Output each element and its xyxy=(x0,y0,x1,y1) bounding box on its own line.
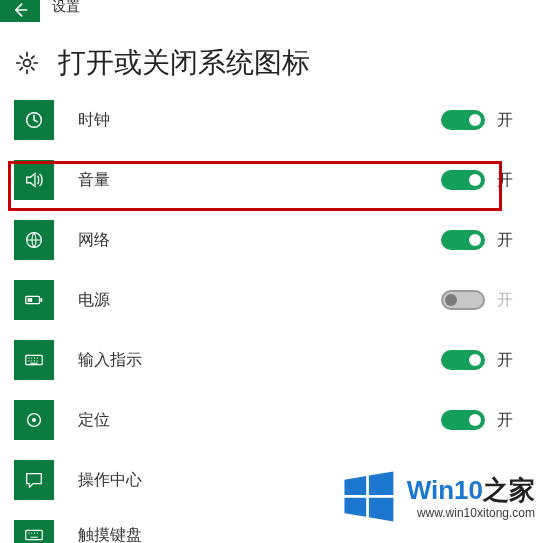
toggle-state: 开 xyxy=(497,290,513,311)
svg-marker-11 xyxy=(369,472,393,496)
row-label: 音量 xyxy=(78,170,441,191)
row-label: 时钟 xyxy=(78,110,441,131)
row-label: 定位 xyxy=(78,410,441,431)
row-network: 网络 开 xyxy=(14,220,517,260)
watermark: Win10之家 www.win10xitong.com xyxy=(339,467,535,525)
row-label: 网络 xyxy=(78,230,441,251)
power-icon-tile xyxy=(14,280,54,320)
clock-icon xyxy=(23,109,45,131)
watermark-url: www.win10xitong.com xyxy=(407,506,535,520)
row-power: 电源 开 xyxy=(14,280,517,320)
location-icon xyxy=(23,409,45,431)
row-volume: 音量 开 xyxy=(14,160,517,200)
svg-marker-12 xyxy=(344,498,366,517)
row-ime: 输入指示 开 xyxy=(14,340,517,380)
location-icon-tile xyxy=(14,400,54,440)
action-center-icon-tile xyxy=(14,460,54,500)
battery-icon xyxy=(23,289,45,311)
globe-icon xyxy=(23,229,45,251)
svg-marker-13 xyxy=(369,498,393,522)
row-label: 电源 xyxy=(78,290,441,311)
svg-point-8 xyxy=(32,418,36,422)
svg-rect-4 xyxy=(40,298,42,302)
svg-point-0 xyxy=(24,60,31,67)
toggle-state: 开 xyxy=(497,230,513,251)
svg-rect-5 xyxy=(28,298,33,302)
row-clock: 时钟 开 xyxy=(14,100,517,140)
toggle-state: 开 xyxy=(497,410,513,431)
toggle-state: 开 xyxy=(497,110,513,131)
app-title: 设置 xyxy=(52,0,80,16)
arrow-left-icon xyxy=(10,0,30,20)
ime-icon-tile xyxy=(14,340,54,380)
row-label: 输入指示 xyxy=(78,350,441,371)
svg-marker-10 xyxy=(344,476,366,495)
toggle-clock[interactable] xyxy=(441,110,485,130)
row-label: 触摸键盘 xyxy=(78,525,517,544)
svg-rect-9 xyxy=(26,530,43,539)
keyboard-icon xyxy=(23,349,45,371)
volume-icon-tile xyxy=(14,160,54,200)
toggle-ime[interactable] xyxy=(441,350,485,370)
toggle-location[interactable] xyxy=(441,410,485,430)
message-icon xyxy=(23,469,45,491)
volume-icon xyxy=(23,169,45,191)
back-button[interactable] xyxy=(0,0,40,22)
row-location: 定位 开 xyxy=(14,400,517,440)
toggle-volume[interactable] xyxy=(441,170,485,190)
page-header: 打开或关闭系统图标 xyxy=(14,44,545,82)
keyboard-icon xyxy=(23,524,45,543)
gear-icon xyxy=(14,50,40,76)
touch-keyboard-icon-tile xyxy=(14,520,54,543)
clock-icon-tile xyxy=(14,100,54,140)
toggle-network[interactable] xyxy=(441,230,485,250)
toggle-power xyxy=(441,290,485,310)
page-title: 打开或关闭系统图标 xyxy=(58,44,310,82)
watermark-brand: Win10之家 xyxy=(407,473,535,508)
toggle-state: 开 xyxy=(497,170,513,191)
windows-logo-icon xyxy=(339,467,397,525)
network-icon-tile xyxy=(14,220,54,260)
toggle-state: 开 xyxy=(497,350,513,371)
